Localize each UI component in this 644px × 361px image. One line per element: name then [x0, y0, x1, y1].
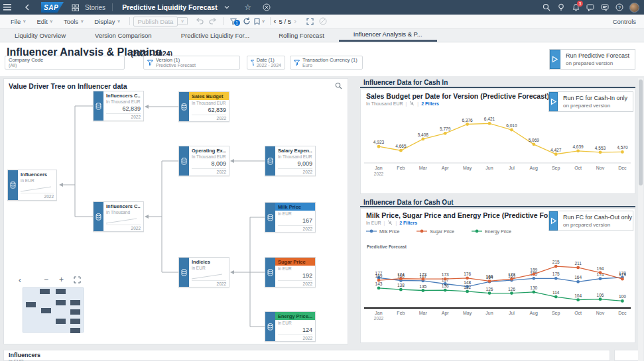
filters-link[interactable]: 2 Filters — [399, 221, 417, 225]
favorite-star-icon[interactable]: ☆ — [241, 0, 255, 15]
search-icon[interactable] — [539, 0, 554, 15]
fit-to-screen-icon[interactable] — [74, 276, 81, 284]
vdt-node-milk-price[interactable]: Milk Price in EUR 167 2022 — [265, 202, 316, 232]
shell-bar: SAP Stories Predictive Liquidity Forecas… — [0, 0, 644, 15]
tab-version-comparison[interactable]: Version Comparison — [80, 28, 166, 42]
publish-data-button[interactable]: Publish Data — [133, 17, 178, 26]
filter-company-code[interactable]: Company Code (All) — [5, 56, 125, 70]
vdt-node-sugar-price[interactable]: Sugar Price in EUR 192 2022 — [265, 257, 316, 287]
filter-icon[interactable]: 1 — [227, 16, 240, 26]
menu-file[interactable]: File∨ — [5, 18, 31, 25]
value-driver-tree-panel: Value Driver Tree on Influencer data Inf… — [3, 78, 348, 344]
notification-badge: 3 — [577, 1, 583, 7]
vertical-scrollbar[interactable] — [638, 78, 643, 361]
prev-page-icon[interactable]: ‹ — [274, 17, 277, 26]
user-avatar[interactable] — [627, 0, 641, 15]
cash-out-chart-title: Milk Price, Sugar Price and Energy Price… — [366, 211, 571, 219]
collapse-panel-icon[interactable]: ‹ — [19, 276, 21, 284]
svg-text:Dec: Dec — [618, 311, 627, 315]
help-icon[interactable]: ? — [612, 0, 627, 15]
legend-item-energy-price[interactable]: Energy Price — [472, 229, 511, 234]
stories-label[interactable]: Stories — [85, 4, 105, 11]
bottom-panel-title: Influencers — [9, 352, 40, 358]
minimap-node — [70, 328, 80, 333]
title-chevron-down-icon[interactable] — [220, 0, 234, 15]
close-story-icon[interactable] — [259, 0, 274, 15]
svg-text:Jun: Jun — [485, 166, 493, 170]
controls-button[interactable]: Controls — [613, 18, 636, 25]
minimap-node — [40, 289, 50, 294]
drill-icon[interactable] — [387, 220, 393, 225]
publish-data-caret[interactable]: ∨ — [178, 17, 187, 25]
datasource-icon — [265, 146, 275, 176]
bookmark-icon[interactable]: ∨ — [253, 16, 267, 26]
legend-item-sugar-price[interactable]: Sugar Price — [417, 229, 454, 234]
story-title[interactable]: Predictive Liquidity Forecast — [122, 3, 218, 11]
filter-version[interactable]: Version (1)Predictive Forecast — [143, 56, 240, 70]
tab-liquidity-overview[interactable]: Liquidity Overview — [0, 28, 80, 42]
vdt-node-sales-budget[interactable]: Sales Budget In Thousand EUR 62,839 2022 — [178, 91, 229, 122]
svg-text:135: 135 — [419, 284, 426, 289]
undo-icon[interactable] — [193, 16, 206, 26]
datasource-icon — [179, 258, 189, 287]
page-tabs: Liquidity Overview Version Comparison Pr… — [0, 28, 644, 42]
svg-text:194: 194 — [597, 266, 604, 271]
back-icon[interactable] — [20, 0, 34, 15]
cash-in-chart-subtitle: In Thousand EUR | | 2 Filters — [366, 101, 439, 106]
filters-link[interactable]: 2 Filters — [421, 101, 439, 106]
cash-out-chart[interactable]: JanFebMarAprMayJunJulAugSepOctNovDec2022… — [364, 239, 633, 324]
menu-tools[interactable]: Tools∨ — [58, 18, 89, 25]
assistant-bulb-icon[interactable] — [554, 0, 568, 15]
chart-unit: In EUR — [366, 221, 381, 225]
run-predictive-forecast-button[interactable]: Run Predictive Forecaston prepared versi… — [549, 49, 635, 70]
drill-icon[interactable] — [409, 101, 415, 106]
svg-text:169: 169 — [375, 274, 383, 278]
vdt-node-influencers-c-top[interactable]: Influencers C... In Thousand EUR 62,839 … — [93, 91, 144, 121]
search-icon[interactable] — [335, 82, 342, 89]
tab-influencer-analysis[interactable]: Influencer Analysis & P... — [339, 28, 437, 42]
svg-text:138: 138 — [397, 283, 405, 287]
fullscreen-icon[interactable] — [303, 16, 316, 26]
menu-icon[interactable] — [0, 0, 15, 15]
discussions-icon[interactable] — [583, 0, 598, 15]
scrollbar-thumb[interactable] — [639, 79, 643, 185]
next-page-icon[interactable]: › — [294, 17, 296, 26]
svg-text:Apr: Apr — [442, 166, 450, 171]
feedback-icon[interactable] — [598, 0, 612, 15]
cash-in-chart[interactable]: JanFebMarAprMayJunJulAugSepOctNovDec2022… — [364, 110, 633, 178]
tab-rolling-forecast[interactable]: Rolling Forecast — [264, 28, 339, 42]
svg-text:Mar: Mar — [419, 311, 428, 315]
menu-edit[interactable]: Edit∨ — [31, 18, 58, 25]
notifications-bell-icon[interactable]: 3 — [568, 0, 583, 15]
svg-text:166: 166 — [486, 274, 493, 279]
filter-date[interactable]: Date (1)2022 - 2024 — [247, 56, 285, 70]
menu-display[interactable]: Display∨ — [89, 18, 125, 25]
svg-text:Mar: Mar — [419, 166, 428, 170]
zoom-out-icon[interactable]: − — [44, 276, 48, 284]
series-sugar-price: 169174173173176166173189215211194173 — [375, 260, 627, 283]
vdt-node-operating-expenses[interactable]: Operating Ex... In Thousand EUR 8,009 20… — [178, 146, 229, 176]
svg-text:4,665: 4,665 — [395, 144, 407, 148]
vdt-node-influencers-root[interactable]: Influencers in EUR 2022 — [7, 170, 57, 201]
run-fc-cash-out-button[interactable]: Run FC for Cash-Out onlyon prepared vers… — [548, 211, 633, 231]
refresh-icon[interactable] — [240, 16, 253, 26]
svg-text:5,069: 5,069 — [529, 138, 540, 142]
run-fc-cash-in-button[interactable]: Run FC for Cash-In onlyon prepared versi… — [548, 91, 633, 112]
influencers-bottom-panel[interactable]: Influencers In EUR — [3, 350, 610, 361]
svg-text:Jan: Jan — [375, 311, 382, 315]
redo-icon[interactable] — [206, 16, 220, 26]
vdt-node-influencers-c-bottom[interactable]: Influencers C... In Thousand 2022 — [93, 201, 144, 232]
filter-transaction-currency[interactable]: Transaction Currency (1)Euro — [290, 56, 363, 70]
vdt-node-salary-expenses[interactable]: Salary Expen... In Thousand EUR 9,009 20… — [265, 146, 316, 176]
svg-text:Nov: Nov — [596, 311, 605, 315]
legend-item-milk-price[interactable]: Milk Price — [366, 229, 399, 234]
tab-predictive-liquidity-forecast[interactable]: Predictive Liquidity For... — [166, 28, 265, 42]
vdt-node-indicies[interactable]: Indicies in EUR 2022 — [178, 257, 229, 287]
vdt-node-energy-price[interactable]: Energy Price... in EUR 124 2022 — [265, 311, 316, 342]
bottom-side-panel — [614, 350, 641, 361]
present-mode-icon[interactable] — [316, 16, 330, 26]
svg-text:6,376: 6,376 — [462, 118, 473, 123]
zoom-in-icon[interactable]: + — [59, 276, 64, 284]
datasource-icon — [8, 170, 18, 200]
tree-minimap[interactable] — [23, 287, 84, 333]
